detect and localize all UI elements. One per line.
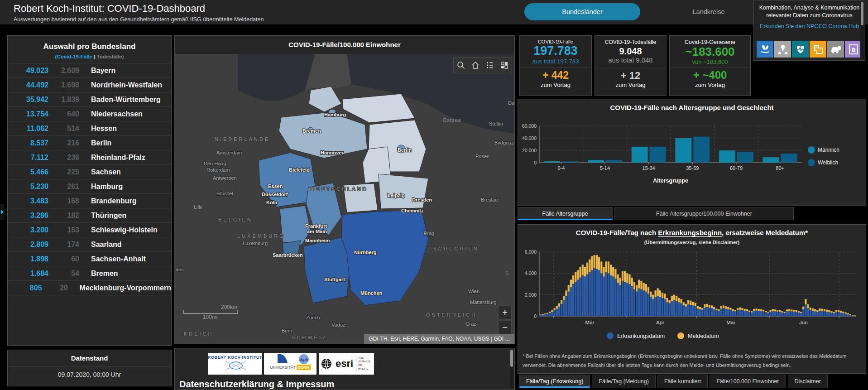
daily-bar-erkrankung <box>652 299 654 316</box>
tab-faelle-altersgruppe-100k[interactable]: Fälle Altersgruppe/100.000 Einwohner <box>614 207 794 220</box>
tab-faelle-altersgruppe[interactable]: Fälle Altersgruppe <box>518 207 613 220</box>
table-row[interactable]: 3.286182Thüringen <box>8 208 171 223</box>
daily-bar-erkrankung <box>727 309 729 316</box>
svg-text:80+: 80+ <box>776 165 784 171</box>
daily-bar-meldung <box>664 294 666 299</box>
zoom-in-button[interactable]: + <box>498 306 512 319</box>
table-row[interactable]: 44.4921.698Nordrhein-Westfalen <box>8 78 171 92</box>
choropleth-map[interactable]: OstseeDanStettinBydgoszczPosenBreslauPra… <box>175 36 514 344</box>
daily-bar-meldung <box>617 274 619 283</box>
deaths-subtotal: aus total 9.048 <box>595 56 666 64</box>
table-row[interactable]: 5.466225Sachsen <box>8 165 171 179</box>
state-baden-wuerttemberg[interactable] <box>304 237 350 303</box>
map-label: Stettin <box>489 121 503 126</box>
daily-bar-erkrankung <box>744 311 746 316</box>
table-row[interactable]: 3.200153Schleswig-Holstein <box>8 223 171 237</box>
map-title-bar: COVID-19-Fälle/100.000 Einwohner <box>175 36 514 54</box>
daily-bar-erkrankung <box>608 273 609 316</box>
daily-bar-erkrankung <box>711 308 713 316</box>
places-tile-icon[interactable] <box>774 41 791 58</box>
deaths-value: 182 <box>48 212 79 220</box>
daily-bar-meldung <box>734 310 736 312</box>
daily-bar-meldung <box>594 255 595 268</box>
daily-bar-erkrankung <box>539 315 541 316</box>
table-row[interactable]: 1.89860Sachsen-Anhalt <box>8 252 171 266</box>
search-icon[interactable] <box>456 61 465 70</box>
daily-bar-meldung <box>624 271 626 282</box>
table-row[interactable]: 13.754640Niedersachsen <box>8 107 171 121</box>
daily-bar-erkrankung <box>666 302 668 316</box>
state-sachsen[interactable] <box>379 174 428 209</box>
daily-chart-subtitle: (Übermittlungsverzug, siehe Disclaimer) <box>518 240 866 245</box>
environment-tile-icon[interactable] <box>757 41 773 58</box>
tab-disclaimer[interactable]: Disclaimer <box>788 375 828 388</box>
health-tile-icon[interactable] <box>792 41 809 58</box>
daily-bar-erkrankung <box>554 310 556 316</box>
deaths-value: 2.609 <box>48 67 79 75</box>
tab-faelle-kumuliert[interactable]: Fälle kumuliert <box>657 375 708 388</box>
daily-bar-meldung <box>777 310 778 312</box>
table-row[interactable]: 49.0232.609Bayern <box>8 63 171 78</box>
tab-faelle-tag-erkrankung[interactable]: Fälle/Tag (Erkrankung) <box>519 375 590 388</box>
daily-bar-meldung <box>814 309 816 312</box>
table-row[interactable]: 35.9421.838Baden-Württemberg <box>8 92 171 107</box>
zoom-out-button[interactable]: − <box>498 321 512 334</box>
daily-bar-meldung <box>847 313 849 315</box>
table-row[interactable]: 5.230261Hamburg <box>8 179 171 194</box>
logos-scrollbar[interactable] <box>510 349 513 389</box>
table-row[interactable]: 80520Mecklenburg-Vorpommern <box>8 281 171 295</box>
daily-bar-erkrankung <box>807 308 809 316</box>
legend-list-icon[interactable] <box>485 61 494 70</box>
daily-bar-erkrankung <box>748 312 750 316</box>
bundesland-name: Mecklenburg-Vorpommern <box>80 284 171 292</box>
basemap-grid-icon[interactable] <box>500 61 509 70</box>
daily-bar-meldung <box>697 306 699 309</box>
daily-bar-meldung <box>800 312 802 313</box>
daily-bar-erkrankung <box>828 312 830 316</box>
cases-value: 11.062 <box>8 125 48 133</box>
map-panel[interactable]: OstseeDanStettinBydgoszczPosenBreslauPra… <box>174 35 515 344</box>
table-row[interactable]: 2.809174Saarland <box>8 237 171 252</box>
daily-bar-erkrankung <box>572 284 574 316</box>
bundesland-name: Saarland <box>91 241 122 249</box>
map-label: Frankfurt <box>305 223 327 229</box>
daily-bar-erkrankung <box>558 307 560 316</box>
map-label: Luxemburg <box>243 241 268 246</box>
boundaries-tile-icon[interactable] <box>810 41 826 58</box>
transportation-tile-icon[interactable] <box>827 41 844 58</box>
daily-bar-meldung <box>842 312 844 313</box>
daily-bar-erkrankung <box>793 312 795 316</box>
table-row[interactable]: 3.483168Brandenburg <box>8 194 171 208</box>
table-row[interactable]: 11.062514Hessen <box>8 121 171 136</box>
map-scalebar: 200km 100mi <box>183 304 238 320</box>
landmarks-tile-icon[interactable] <box>845 41 862 58</box>
rki-logo[interactable]: ROBERT KOCH INSTITUT <box>208 353 262 375</box>
page-title: Robert Koch-Institut: COVID-19-Dashboard <box>14 3 205 14</box>
impressum-link[interactable]: Datenschutzerklärung & Impressum <box>179 379 334 390</box>
map-label: Vaduz <box>331 322 345 327</box>
card-scrollbar[interactable] <box>860 1 864 59</box>
tab-faelle-100k[interactable]: Fälle/100.000 Einwohner <box>710 375 786 388</box>
table-row[interactable]: 7.112236Rheinland-Pfalz <box>8 150 171 165</box>
map-label: S L <box>505 270 514 276</box>
npgeo-hub-link[interactable]: Erkunden Sie den NPGEO Corona Hub <box>754 23 865 29</box>
table-row[interactable]: 8.537216Berlin <box>8 136 171 150</box>
bundesland-name: Sachsen <box>91 168 121 176</box>
daily-bar-erkrankung <box>645 292 647 316</box>
table-row[interactable]: 1.68454Bremen <box>8 266 171 281</box>
tab-bundeslaender[interactable]: Bundesländer <box>524 3 640 20</box>
daily-bar-erkrankung <box>824 311 825 316</box>
daily-bar-erkrankung <box>772 311 774 316</box>
tab-faelle-tag-meldung[interactable]: Fälle/Tag (Meldung) <box>592 375 655 388</box>
svg-text:Männlich: Männlich <box>818 147 839 153</box>
cases-value: 3.286 <box>8 212 48 220</box>
daily-bar-erkrankung <box>565 296 567 316</box>
daily-bar-meldung <box>725 306 727 308</box>
tab-landkreise[interactable]: Landkreise <box>666 3 752 20</box>
daily-bar-meldung <box>622 271 623 281</box>
uni-bonn-logo[interactable]: ihph UNIVERSITÄT BONN <box>264 353 317 375</box>
panel-expander-arrow[interactable] <box>0 204 5 220</box>
daily-bar-erkrankung <box>664 299 666 316</box>
home-icon[interactable] <box>471 61 480 70</box>
esri-logo[interactable]: esri THE SCIENCE OF WHERE <box>319 353 374 375</box>
